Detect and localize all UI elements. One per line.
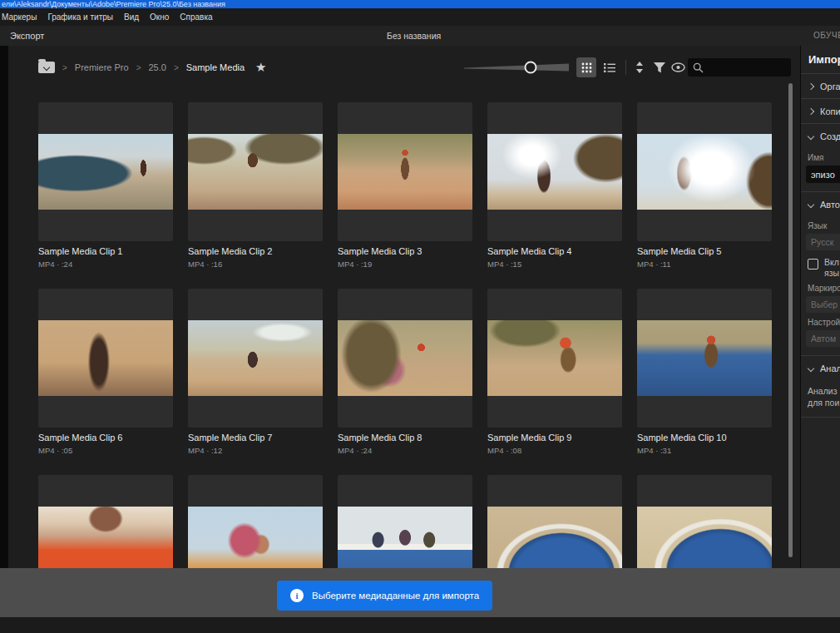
- tab-bar: Экспорт Без названия ОБУЧЕНИЕ: [0, 26, 840, 46]
- breadcrumb: > Premiere Pro > 25.0 > Sample Media ★: [38, 58, 267, 77]
- section-label: Авто: [820, 200, 840, 210]
- checkbox-icon[interactable]: [808, 259, 818, 270]
- language-label: Язык: [808, 221, 840, 230]
- clip-cell[interactable]: Sample Media Clip 10MP4 · :31: [637, 289, 772, 456]
- breadcrumb-25-0[interactable]: 25.0: [148, 62, 166, 72]
- preview-eye-button[interactable]: [668, 57, 688, 77]
- menu-markers[interactable]: Маркеры: [2, 12, 37, 22]
- clip-cell[interactable]: Sample Media Clip 2MP4 · :16: [188, 102, 323, 270]
- breadcrumb-separator: >: [174, 63, 179, 72]
- import-hint-button[interactable]: i Выберите медиаданные для импорта: [277, 581, 492, 611]
- search-box[interactable]: [688, 58, 791, 77]
- clip-card[interactable]: [487, 289, 622, 428]
- marker-dropdown[interactable]: Выбер: [806, 296, 840, 313]
- clip-card[interactable]: [188, 289, 323, 428]
- tab-learn[interactable]: ОБУЧЕНИЕ: [813, 26, 840, 46]
- menu-help[interactable]: Справка: [180, 12, 212, 22]
- window-edge-strip: [0, 46, 8, 568]
- clip-grid: Sample Media Clip 1MP4 · :24 Sample Medi…: [38, 102, 787, 633]
- panel-title: Импор: [808, 53, 840, 66]
- footer-bar: i Выберите медиаданные для импорта: [0, 568, 840, 617]
- clip-meta: MP4 · :05: [38, 446, 173, 456]
- info-icon: i: [290, 589, 304, 602]
- window-title: ели\Aleksandr\Документы\Adobe\Premiere P…: [2, 0, 225, 8]
- chevron-down-icon: [808, 132, 814, 139]
- menu-graphics-titles[interactable]: Графика и титры: [47, 12, 113, 22]
- clip-cell[interactable]: Sample Media Clip 8MP4 · :24: [338, 289, 472, 456]
- thumbnail-size-slider[interactable]: [464, 59, 569, 76]
- vertical-scrollbar[interactable]: [788, 83, 793, 557]
- folder-dropdown-icon[interactable]: [38, 62, 55, 73]
- clip-cell[interactable]: Sample Media Clip 7MP4 · :12: [188, 289, 323, 456]
- clip-card[interactable]: [38, 102, 173, 241]
- menu-view[interactable]: Вид: [124, 12, 139, 22]
- list-view-icon: [604, 62, 615, 73]
- filter-icon: [653, 62, 666, 74]
- list-view-button[interactable]: [600, 57, 620, 77]
- clip-thumbnail: [487, 320, 622, 396]
- section-auto-transcribe[interactable]: Авто: [801, 191, 840, 216]
- clip-title: Sample Media Clip 1: [38, 246, 173, 258]
- clip-card[interactable]: [338, 102, 472, 241]
- clip-card[interactable]: [637, 102, 772, 241]
- clip-thumbnail: [637, 134, 772, 210]
- clip-thumbnail: [487, 134, 622, 210]
- breadcrumb-premiere-pro[interactable]: Premiere Pro: [75, 62, 129, 72]
- marker-label: Маркиро: [808, 284, 840, 293]
- grid-view-button[interactable]: [576, 57, 596, 77]
- clip-card[interactable]: [338, 289, 472, 428]
- clip-cell[interactable]: Sample Media Clip 9MP4 · :08: [487, 289, 622, 456]
- breadcrumb-separator: >: [62, 63, 67, 72]
- import-settings-panel: Импор Орга Копи Созд Имя Авто Язык Русск…: [800, 46, 840, 568]
- clip-card[interactable]: [487, 102, 622, 241]
- clip-title: Sample Media Clip 2: [188, 246, 323, 258]
- sort-button[interactable]: [630, 57, 650, 77]
- chevron-down-icon: [808, 364, 814, 371]
- settings-dropdown[interactable]: Автом: [806, 330, 840, 347]
- sequence-name-input[interactable]: [806, 166, 840, 183]
- clip-card[interactable]: [38, 289, 173, 428]
- sort-icon: [634, 61, 645, 74]
- section-analysis[interactable]: Анали: [801, 355, 840, 380]
- breadcrumb-separator: >: [136, 63, 141, 72]
- clip-card[interactable]: [188, 102, 323, 241]
- clip-title: Sample Media Clip 3: [338, 246, 472, 258]
- breadcrumb-sample-media[interactable]: Sample Media: [186, 62, 245, 72]
- checkbox-label: Вкл язы: [824, 257, 839, 279]
- menu-bar: Маркеры Графика и титры Вид Окно Справка: [0, 8, 840, 26]
- import-hint-text: Выберите медиаданные для импорта: [312, 591, 479, 601]
- menu-window[interactable]: Окно: [150, 12, 169, 22]
- section-label: Копи: [820, 106, 840, 116]
- clip-meta: MP4 · :15: [487, 260, 622, 270]
- language-checkbox-row[interactable]: Вкл язы: [808, 257, 840, 279]
- chevron-right-icon: [808, 82, 814, 89]
- section-copy-media[interactable]: Копи: [801, 98, 840, 123]
- grid-view-icon: [581, 62, 592, 73]
- clip-cell[interactable]: Sample Media Clip 4MP4 · :15: [487, 102, 622, 270]
- title-bar: ели\Aleksandr\Документы\Adobe\Premiere P…: [0, 0, 840, 8]
- clip-thumbnail: [637, 320, 772, 396]
- clip-card[interactable]: [637, 289, 772, 428]
- tab-export[interactable]: Экспорт: [10, 26, 44, 46]
- clip-thumbnail: [38, 134, 173, 210]
- clip-meta: MP4 · :24: [38, 260, 173, 270]
- section-label: Созд: [820, 131, 840, 141]
- section-create-sequence[interactable]: Созд: [801, 123, 840, 148]
- star-icon[interactable]: ★: [255, 61, 266, 74]
- clip-title: Sample Media Clip 7: [188, 433, 323, 444]
- clip-cell[interactable]: Sample Media Clip 6MP4 · :05: [38, 289, 173, 456]
- clip-cell[interactable]: Sample Media Clip 1MP4 · :24: [38, 102, 173, 270]
- clip-title: Sample Media Clip 9: [487, 433, 622, 444]
- clip-meta: MP4 · :31: [637, 446, 772, 456]
- clip-thumbnail: [38, 320, 173, 396]
- search-input[interactable]: [708, 62, 790, 73]
- eye-icon: [671, 62, 685, 72]
- filter-button[interactable]: [650, 57, 670, 77]
- clip-cell[interactable]: Sample Media Clip 3MP4 · :19: [338, 102, 472, 270]
- analysis-description: Анализ для пои: [808, 385, 840, 408]
- language-dropdown[interactable]: Русск: [806, 234, 840, 250]
- clip-thumbnail: [188, 134, 323, 210]
- section-organize[interactable]: Орга: [801, 73, 840, 98]
- clip-cell[interactable]: Sample Media Clip 5MP4 · :11: [637, 102, 772, 270]
- panel-divider: [801, 417, 840, 442]
